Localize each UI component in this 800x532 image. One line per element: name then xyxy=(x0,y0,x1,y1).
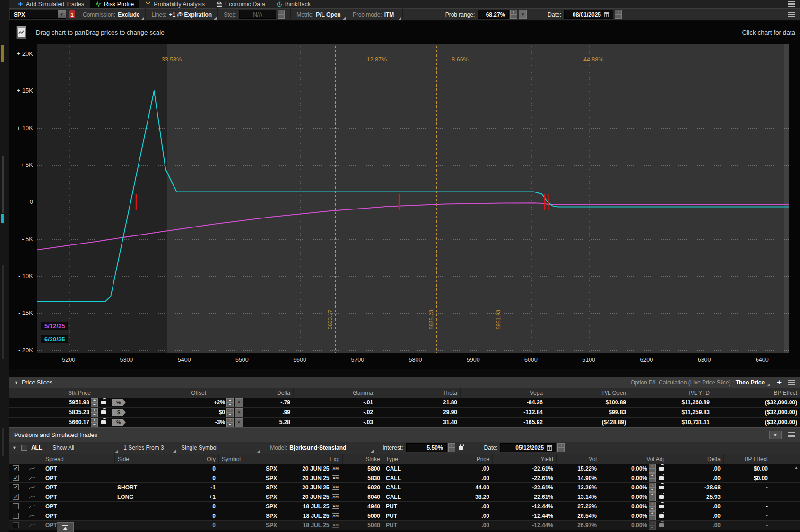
chevron-down-icon[interactable]: ▼ xyxy=(58,10,66,18)
column-header[interactable]: Offset xyxy=(109,388,246,398)
analyze-wave-icon[interactable] xyxy=(28,476,36,480)
interest-stepper[interactable]: +− xyxy=(448,443,455,452)
positions-menu-icon[interactable] xyxy=(788,432,795,437)
position-row[interactable]: ✓ OPT 0 SPX 20 JUN 25AM 5800 CALL .00 -2… xyxy=(0,464,800,473)
symbol-combobox[interactable]: SPX ▼ xyxy=(10,10,66,19)
column-header[interactable]: Type xyxy=(383,454,405,464)
calendar-icon[interactable] xyxy=(547,445,552,451)
offset-stepper[interactable]: +− xyxy=(226,408,234,417)
row-checkbox[interactable] xyxy=(13,503,19,509)
column-header[interactable]: Exp xyxy=(280,454,342,464)
analyze-wave-icon[interactable] xyxy=(28,495,36,499)
tab-thinkback[interactable]: thinkBack xyxy=(271,0,316,8)
offset-mode-tag[interactable]: % xyxy=(112,419,126,426)
analyze-wave-icon[interactable] xyxy=(28,504,36,509)
commission-dropdown[interactable]: Commission: Exclude xyxy=(77,8,146,21)
column-header[interactable]: Vega xyxy=(460,388,546,398)
price-stepper[interactable]: +− xyxy=(91,418,98,427)
collapse-section-button[interactable]: ▼ xyxy=(769,431,782,439)
metric-dropdown[interactable]: Metric: P/L Open xyxy=(291,8,347,21)
column-header[interactable]: Spread xyxy=(43,454,114,464)
scrollbar-up-icon[interactable]: ▲ xyxy=(793,465,799,470)
price-stepper[interactable]: +− xyxy=(91,408,98,417)
plot-area[interactable]: 5660.175835.235951.9333.58%12.87%8.66%44… xyxy=(37,44,789,353)
row-checkbox[interactable] xyxy=(13,522,19,528)
position-row[interactable]: OPT 0 SPX 18 JUL 25AM 5000 PUT .00 -12.4… xyxy=(0,511,800,521)
analyze-wave-icon[interactable] xyxy=(28,466,36,471)
model-dropdown[interactable]: Model: Bjerksund-Stensland xyxy=(266,442,375,454)
column-header[interactable]: Price xyxy=(405,454,492,464)
column-header[interactable]: BP Effect xyxy=(713,388,800,398)
column-header[interactable]: Vol Adj xyxy=(600,454,667,464)
offset-stepper[interactable]: +− xyxy=(226,398,234,407)
vol-adj-stepper[interactable]: +− xyxy=(649,483,656,492)
position-row[interactable]: ✓ OPT LONG +1 SPX 20 JUN 25AM 6040 CALL … xyxy=(0,492,800,502)
vol-adj-stepper[interactable]: +− xyxy=(649,521,656,530)
series-dropdown[interactable]: 1 Series From 3 xyxy=(120,442,177,454)
vol-adj-stepper[interactable]: +− xyxy=(649,473,656,482)
column-header[interactable]: Yield xyxy=(492,454,556,464)
column-header[interactable]: Qty xyxy=(162,454,218,464)
lock-icon[interactable] xyxy=(101,401,106,404)
price-stepper[interactable]: +− xyxy=(91,398,98,407)
add-slice-button[interactable]: + xyxy=(777,379,782,386)
tab-economic-data[interactable]: Economic Data xyxy=(210,0,271,8)
interest-input[interactable]: 5.50% xyxy=(406,443,447,452)
pl-calculation-dropdown[interactable]: Option P/L Calculation (Live Price Slice… xyxy=(630,379,770,386)
tab-add-simulated-trades[interactable]: Add Simulated Trades xyxy=(12,0,90,8)
position-row[interactable]: ✓ OPT 0 SPX 20 JUN 25AM 5830 CALL .00 -2… xyxy=(0,473,800,483)
row-checkbox[interactable] xyxy=(13,513,19,519)
column-header[interactable]: Delta xyxy=(246,388,293,398)
all-checkbox[interactable] xyxy=(21,445,27,451)
date-stepper[interactable]: +− xyxy=(615,10,622,19)
column-header[interactable]: P/L Open xyxy=(546,388,629,398)
offset-mode-tag[interactable]: $ xyxy=(112,409,126,416)
symbol-scope-dropdown[interactable]: Single Symbol xyxy=(177,442,261,454)
row-checkbox[interactable]: ✓ xyxy=(13,484,19,490)
column-header[interactable]: P/L YTD xyxy=(629,388,713,398)
vol-adj-stepper[interactable]: +− xyxy=(649,464,656,473)
analyze-wave-icon[interactable] xyxy=(28,523,36,528)
prob-mode-dropdown[interactable]: Prob mode: ITM xyxy=(347,8,403,21)
price-slices-menu-icon[interactable] xyxy=(788,380,795,385)
step-input[interactable]: N/A xyxy=(239,10,276,19)
column-header[interactable]: Theta xyxy=(376,388,460,398)
prob-range-dropdown-icon[interactable]: ▼ xyxy=(519,10,527,19)
offset-mode-tag[interactable]: % xyxy=(112,399,126,406)
vol-adj-stepper[interactable]: +− xyxy=(649,502,656,511)
column-header[interactable]: BP Effect xyxy=(723,454,771,464)
column-header[interactable]: Vol xyxy=(556,454,600,464)
position-row[interactable]: OPT 0 SPX 18 JUL 25AM 4940 PUT .00 -12.4… xyxy=(0,502,800,511)
lock-icon[interactable] xyxy=(101,410,106,414)
tab-menu-icon[interactable] xyxy=(788,1,795,7)
position-row[interactable]: OPT 0 SPX 18 JUL 25AM 5040 PUT .00 -12.4… xyxy=(0,521,800,530)
chart-style-button[interactable] xyxy=(16,26,26,39)
risk-profile-chart[interactable]: 5660.175835.235951.9333.58%12.87%8.66%44… xyxy=(0,44,800,353)
positions-date-stepper[interactable]: +− xyxy=(557,443,565,452)
lock-icon[interactable] xyxy=(659,476,664,480)
lines-dropdown[interactable]: Lines: +1 @ Expiration xyxy=(146,8,218,21)
lock-icon[interactable] xyxy=(659,467,664,471)
toolbar-menu-icon[interactable] xyxy=(788,12,795,17)
prob-range-input[interactable]: 68.27% xyxy=(478,10,509,19)
positions-date-input[interactable]: 05/12/2025 xyxy=(500,443,556,452)
column-header[interactable]: Symbol xyxy=(218,454,280,464)
lock-icon[interactable] xyxy=(101,420,106,424)
collapse-chevron-icon[interactable]: ▼ xyxy=(12,445,17,450)
lock-icon[interactable] xyxy=(459,446,463,450)
lock-icon[interactable] xyxy=(659,486,664,489)
offset-stepper[interactable]: +− xyxy=(226,418,234,427)
chevron-down-icon[interactable]: ▼ xyxy=(235,408,243,417)
lock-icon[interactable] xyxy=(659,505,664,508)
vol-adj-stepper[interactable]: +− xyxy=(649,511,656,520)
date-input[interactable]: 08/01/2025 xyxy=(564,10,613,19)
column-header[interactable]: Stk Price xyxy=(9,388,109,398)
row-checkbox[interactable]: ✓ xyxy=(13,465,19,471)
analyze-wave-icon[interactable] xyxy=(28,485,36,490)
column-header[interactable]: Strike xyxy=(342,454,383,464)
chevron-down-icon[interactable]: ▼ xyxy=(235,398,243,407)
position-row[interactable]: ✓ OPT SHORT -1 SPX 20 JUN 25AM 6020 CALL… xyxy=(0,483,800,492)
show-all-dropdown[interactable]: Show All xyxy=(49,442,120,454)
scroll-to-top-button[interactable] xyxy=(57,522,74,532)
column-header[interactable]: Side xyxy=(114,454,162,464)
